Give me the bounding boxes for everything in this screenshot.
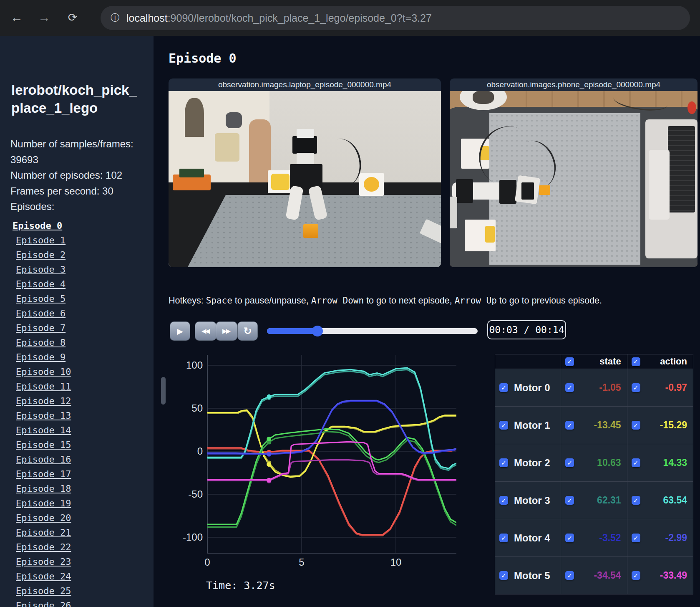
checkbox[interactable] — [565, 383, 574, 392]
laptop — [645, 119, 697, 258]
seek-slider-thumb[interactable] — [312, 326, 323, 336]
sidebar-episode-link[interactable]: Episode 24 — [0, 569, 154, 584]
motor-name: Motor 0 — [514, 382, 550, 394]
motor-table: stateactionMotor 0-1.05-0.97Motor 1-13.4… — [495, 354, 693, 594]
sidebar-episode-link[interactable]: Episode 11 — [0, 379, 154, 394]
hotkey-segment: Space — [206, 296, 232, 306]
sidebar: lerobot/koch_pick_place_1_lego Number of… — [0, 36, 154, 607]
checkbox[interactable] — [632, 357, 640, 366]
page-info-icon[interactable]: ⓘ — [108, 11, 122, 25]
video-player-phone[interactable]: observation.images.phone_episode_000000.… — [450, 78, 697, 267]
checkbox[interactable] — [565, 421, 574, 430]
scrollbar-thumb[interactable] — [161, 377, 166, 405]
video-title: observation.images.laptop_episode_000000… — [169, 78, 441, 91]
url-bar[interactable]: ⓘ localhost:9090/lerobot/koch_pick_place… — [101, 6, 690, 30]
table-row: Motor 362.3163.54 — [495, 482, 693, 519]
checkbox[interactable] — [565, 496, 574, 505]
sidebar-episode-link[interactable]: Episode 26 — [0, 598, 154, 607]
reload-icon[interactable]: ⟳ — [63, 8, 82, 27]
table-row: Motor 1-13.45-15.29 — [495, 407, 693, 444]
sidebar-episode-link[interactable]: Episode 21 — [0, 525, 154, 540]
sidebar-episode-link[interactable]: Episode 19 — [0, 496, 154, 511]
svg-text:50: 50 — [191, 402, 203, 414]
checkbox[interactable] — [499, 383, 508, 392]
motor-name: Motor 5 — [514, 570, 550, 582]
trackpad — [649, 150, 670, 220]
checkbox[interactable] — [632, 534, 640, 542]
hotkey-segment: Hotkeys: — [169, 296, 206, 306]
hotkey-segment: Arrow Up — [455, 296, 497, 306]
sidebar-episode-link[interactable]: Episode 0 — [0, 218, 154, 233]
url-text: localhost:9090/lerobot/koch_pick_place_1… — [126, 12, 432, 24]
stat-line: Number of episodes: 102 — [10, 167, 145, 183]
motor-state-value: 10.63 — [574, 457, 621, 468]
hotkey-segment: Arrow Down — [311, 296, 364, 306]
checkbox[interactable] — [499, 421, 508, 430]
lego-brick — [303, 224, 318, 238]
camera-on-shirt — [226, 112, 242, 128]
seek-slider[interactable] — [267, 328, 478, 334]
sidebar-episode-link[interactable]: Episode 20 — [0, 511, 154, 525]
rewind-button[interactable]: ◀◀ — [195, 321, 217, 341]
sidebar-episode-link[interactable]: Episode 10 — [0, 364, 154, 379]
table-row: Motor 0-1.05-0.97 — [495, 369, 693, 407]
svg-text:-100: -100 — [183, 531, 203, 543]
motor-action-value: -2.99 — [640, 532, 687, 544]
checkbox[interactable] — [565, 571, 574, 580]
motor-action-value: -15.29 — [640, 420, 687, 431]
sidebar-episode-link[interactable]: Episode 3 — [0, 262, 154, 277]
sidebar-episode-link[interactable]: Episode 17 — [0, 467, 154, 481]
sidebar-episode-link[interactable]: Episode 14 — [0, 423, 154, 438]
play-button[interactable]: ▶ — [170, 321, 190, 341]
checkbox[interactable] — [632, 383, 640, 392]
sidebar-episode-link[interactable]: Episode 1 — [0, 233, 154, 248]
checkbox[interactable] — [632, 571, 640, 580]
back-icon[interactable]: ← — [8, 8, 26, 27]
table-row: Motor 5-34.54-33.49 — [495, 557, 693, 594]
checkbox[interactable] — [499, 571, 508, 580]
checkbox[interactable] — [565, 357, 574, 366]
motor-name: Motor 2 — [514, 457, 550, 469]
sidebar-episode-link[interactable]: Episode 25 — [0, 584, 154, 598]
keyboard — [668, 126, 695, 212]
sidebar-episode-link[interactable]: Episode 6 — [0, 306, 154, 321]
checkbox[interactable] — [632, 496, 640, 505]
sidebar-episode-link[interactable]: Episode 8 — [0, 335, 154, 350]
sidebar-episode-link[interactable]: Episode 9 — [0, 350, 154, 364]
hotkey-segment: to go to next episode, — [364, 296, 455, 306]
checkbox[interactable] — [632, 421, 640, 430]
sidebar-episode-link[interactable]: Episode 4 — [0, 277, 154, 291]
motor-action-value: -33.49 — [640, 570, 687, 581]
sidebar-episode-link[interactable]: Episode 12 — [0, 394, 154, 408]
sidebar-episode-link[interactable]: Episode 2 — [0, 248, 154, 262]
motor-action-value: -0.97 — [640, 382, 687, 393]
sidebar-episode-link[interactable]: Episode 5 — [0, 291, 154, 306]
svg-text:0: 0 — [197, 445, 203, 457]
sidebar-episode-link[interactable]: Episode 23 — [0, 554, 154, 569]
svg-text:10: 10 — [390, 556, 402, 568]
loop-button[interactable]: ↻ — [237, 321, 258, 341]
sidebar-episode-link[interactable]: Episode 7 — [0, 321, 154, 335]
sidebar-episode-link[interactable]: Episode 13 — [0, 408, 154, 423]
table-row: Motor 210.6314.33 — [495, 444, 693, 482]
video-player-laptop[interactable]: observation.images.laptop_episode_000000… — [169, 78, 441, 267]
svg-text:0: 0 — [204, 556, 210, 568]
fast-forward-button[interactable]: ▶▶ — [216, 321, 237, 341]
video-frame-laptop — [169, 91, 441, 267]
checkbox[interactable] — [565, 458, 574, 467]
checkbox[interactable] — [565, 534, 574, 542]
sidebar-episode-link[interactable]: Episode 15 — [0, 438, 154, 452]
seek-slider-fill — [267, 328, 317, 334]
checkbox[interactable] — [632, 458, 640, 467]
checkbox[interactable] — [499, 496, 508, 505]
sidebar-episode-link[interactable]: Episode 16 — [0, 452, 154, 467]
checkbox[interactable] — [499, 534, 508, 542]
checkbox[interactable] — [499, 458, 508, 467]
sidebar-episode-link[interactable]: Episode 22 — [0, 540, 154, 554]
stat-line: Number of samples/frames: 39693 — [10, 136, 145, 167]
forward-icon[interactable]: → — [35, 8, 53, 27]
sidebar-episode-link[interactable]: Episode 18 — [0, 481, 154, 496]
svg-text:5: 5 — [299, 556, 304, 568]
robot-camera — [292, 136, 317, 154]
hotkeys-help: Hotkeys: Space to pause/unpause, Arrow D… — [169, 296, 602, 306]
